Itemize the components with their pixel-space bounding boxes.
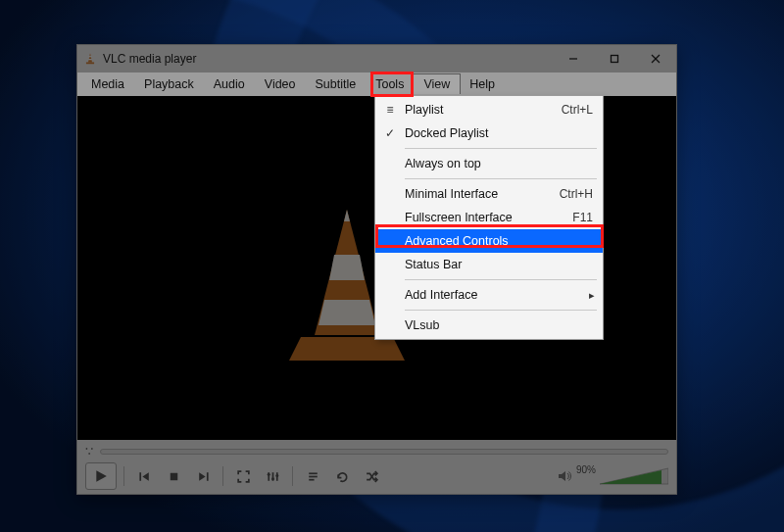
svg-marker-12 [289,337,405,361]
speaker-icon [558,469,572,483]
vlc-cone-icon [83,52,97,66]
volume-control[interactable]: 90% [558,466,668,486]
svg-rect-5 [612,56,618,63]
svg-marker-28 [559,471,565,481]
svg-marker-13 [96,470,107,482]
menu-item-always-on-top[interactable]: Always on top [375,152,603,175]
fullscreen-button[interactable] [230,464,256,488]
maximize-button[interactable] [594,45,635,73]
svg-marker-17 [199,472,205,481]
svg-marker-10 [329,255,365,280]
menu-item-advanced-controls[interactable]: Advanced Controls [375,229,603,253]
seek-handle-icon: ∵ [85,444,94,459]
volume-slider[interactable] [600,466,668,486]
menu-tools[interactable]: Tools [366,74,414,94]
svg-marker-15 [142,472,148,481]
playback-controls: 90% [77,459,676,494]
window-controls [553,45,676,73]
svg-point-23 [271,477,274,480]
menu-view[interactable]: View [413,73,461,94]
svg-marker-0 [88,53,92,62]
menu-media[interactable]: Media [81,74,134,94]
play-button[interactable] [85,462,117,490]
menubar: Media Playback Audio Video Subtitle Tool… [77,73,676,96]
stop-button[interactable] [161,464,186,488]
svg-point-24 [275,473,278,476]
minimize-button[interactable] [553,45,594,73]
menu-item-playlist[interactable]: ≡ Playlist Ctrl+L [375,98,603,121]
loop-button[interactable] [329,464,355,488]
volume-percent: 90% [576,464,596,475]
seek-bar[interactable] [100,449,668,455]
menu-item-vlsub[interactable]: VLsub [375,314,603,337]
menu-audio[interactable]: Audio [204,74,255,94]
seek-row: ∵ --:-- --:-- [77,440,676,459]
prev-button[interactable] [131,464,157,488]
menu-item-status-bar[interactable]: Status Bar [375,253,603,276]
menu-playback[interactable]: Playback [134,74,204,94]
svg-point-22 [267,472,270,475]
playlist-button[interactable] [300,464,325,488]
shuffle-button[interactable] [359,464,384,488]
menu-help[interactable]: Help [460,74,505,94]
svg-marker-9 [344,210,350,221]
menu-subtitle[interactable]: Subtitle [306,74,367,94]
view-dropdown: ≡ Playlist Ctrl+L ✓ Docked Playlist Alwa… [374,95,604,340]
playlist-menu-icon: ≡ [375,103,405,117]
menu-item-minimal-interface[interactable]: Minimal Interface Ctrl+H [375,182,603,206]
menu-video[interactable]: Video [255,74,306,94]
menu-item-docked-playlist[interactable]: ✓ Docked Playlist [375,121,603,145]
svg-rect-16 [170,472,177,480]
next-button[interactable] [190,464,216,488]
titlebar: VLC media player [77,45,676,73]
svg-marker-11 [318,300,375,325]
close-button[interactable] [635,45,676,73]
window-title: VLC media player [103,52,196,66]
ext-settings-button[interactable] [260,464,285,488]
svg-rect-3 [86,63,94,65]
svg-rect-1 [88,56,91,57]
check-icon: ✓ [375,126,405,140]
svg-rect-2 [88,59,92,60]
menu-item-fullscreen-interface[interactable]: Fullscreen Interface F11 [375,206,603,229]
menu-item-add-interface[interactable]: Add Interface [375,283,603,307]
